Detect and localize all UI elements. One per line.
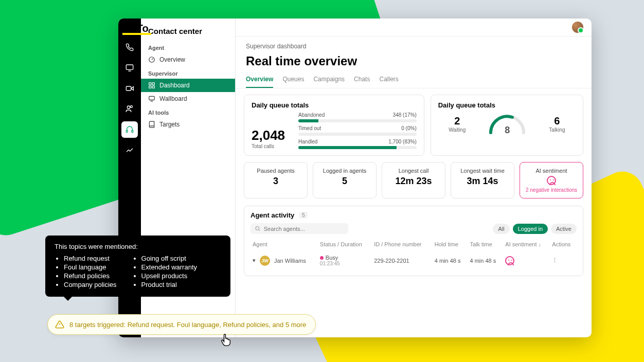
topics-tooltip: This topics were mentioned: Refund reque… (45, 236, 230, 297)
tile-label: Logged in agents (316, 168, 373, 174)
tile-value: 5 (316, 176, 373, 187)
col-sentiment[interactable]: AI sentiment ↓ (503, 238, 550, 250)
tile-label: Longest wait time (454, 168, 511, 174)
targets-alert-pill[interactable]: 8 targets triggered: Refund request. Fou… (47, 314, 316, 335)
tab-callers[interactable]: Callers (379, 71, 398, 88)
bar-value: 1,700 (83%) (388, 139, 416, 144)
bar-abandoned: Abandoned348 (17%) (298, 112, 417, 122)
card-daily-queue-right: Daily queue totals 2 Waiting 8 (431, 95, 583, 156)
tooltip-item: Company policies (64, 281, 117, 288)
tab-queues[interactable]: Queues (282, 71, 304, 88)
tile-paused-agents: Paused agents 3 (244, 162, 308, 198)
col-status: Status / Duration (318, 238, 372, 250)
warning-icon (55, 320, 64, 329)
stat-num: 6 (549, 115, 565, 127)
tooltip-item: Product trial (141, 281, 197, 288)
panel-title: Agent activity (251, 211, 294, 219)
tile-value: 3m 14s (454, 176, 511, 187)
card-title: Daily queue totals (438, 101, 576, 109)
topbar (236, 19, 592, 37)
main-area: Supervisor dashboard Real time overview … (236, 19, 592, 337)
tab-campaigns[interactable]: Campaigns (313, 71, 345, 88)
tooltip-item: Going off script (141, 255, 197, 262)
nav-item-targets[interactable]: Targets (141, 118, 235, 131)
search-icon (255, 225, 261, 232)
svg-rect-2 (126, 86, 131, 90)
search-input[interactable] (264, 226, 344, 232)
col-actions: Actions (550, 238, 577, 250)
total-calls: 2,048 Total calls (252, 112, 293, 149)
hold-time: 4 min 48 s (433, 250, 468, 270)
rail-analytics-icon[interactable] (121, 142, 138, 158)
nav-item-dashboard[interactable]: Dashboard (141, 79, 235, 92)
pointer-cursor-icon (220, 333, 232, 347)
col-talk: Talk time (468, 238, 504, 250)
gauge: 8 (487, 112, 528, 136)
tile-ai-sentiment[interactable]: AI sentiment 2 negative interactions (520, 162, 583, 198)
tile-label: Paused agents (247, 168, 304, 174)
nav-group-supervisor: Supervisor (141, 66, 235, 79)
agent-activity-panel: Agent activity 5 All Logged in Active (244, 206, 583, 276)
bar-handled: Handled1,700 (83%) (298, 139, 417, 149)
svg-point-15 (256, 227, 259, 230)
tab-overview[interactable]: Overview (246, 71, 273, 88)
rail-video-icon[interactable] (121, 80, 138, 97)
tile-label: Longest call (385, 168, 442, 174)
tooltip-item: Upsell products (141, 272, 197, 280)
tile-logged-in-agents: Logged in agents 5 (313, 162, 377, 198)
grid-icon (148, 82, 155, 89)
book-icon (148, 121, 155, 128)
svg-rect-10 (152, 83, 154, 85)
total-calls-label: Total calls (252, 143, 285, 149)
tooltip-item: Extended warranty (141, 263, 197, 271)
nav-item-label: Overview (159, 56, 185, 63)
content: Daily queue totals 2,048 Total calls Aba… (236, 88, 592, 337)
nav-item-overview[interactable]: Overview (141, 53, 235, 66)
tooltip-col1: Refund request Foul language Refund poli… (55, 254, 117, 289)
rail-monitor-icon[interactable] (121, 60, 138, 76)
nav-item-wallboard[interactable]: Wallboard (141, 92, 235, 105)
frown-icon (547, 176, 556, 185)
tile-longest-call: Longest call 12m 23s (382, 162, 445, 198)
agent-avatar: JW (260, 256, 270, 266)
total-calls-value: 2,048 (252, 128, 285, 143)
svg-point-5 (130, 105, 132, 107)
tooltip-title: This topics were mentioned: (55, 243, 221, 250)
tooltip-item: Refund policies (64, 272, 117, 280)
bar-timed-out: Timed out0 (0%) (298, 125, 417, 136)
nav-item-label: Dashboard (159, 82, 190, 89)
stat-talking: 6 Talking (549, 115, 565, 133)
svg-rect-9 (149, 83, 151, 85)
brand-logo: GoTo (122, 23, 151, 35)
nav-group-ai-tools: AI tools (141, 105, 235, 118)
rail-people-icon[interactable] (121, 101, 138, 117)
svg-rect-0 (126, 65, 133, 69)
tab-chats[interactable]: Chats (354, 71, 370, 88)
talk-time: 4 min 48 s (468, 250, 504, 270)
chevron-down-icon[interactable]: ▾ (253, 257, 256, 264)
rail-headset-icon[interactable] (121, 121, 138, 138)
filter-active[interactable]: Active (551, 224, 577, 234)
filter-all[interactable]: All (493, 224, 509, 234)
frown-icon (505, 256, 514, 265)
card-daily-queue-left: Daily queue totals 2,048 Total calls Aba… (244, 95, 424, 156)
table-row: ▾ JW Jan Williams Busy 01:23:45 229-220-… (251, 250, 577, 270)
filter-logged-in[interactable]: Logged in (513, 224, 548, 234)
user-avatar[interactable] (572, 22, 583, 33)
section-title: Contact center (141, 24, 235, 41)
tile-value: 12m 23s (385, 176, 442, 187)
breadcrumb: Supervisor dashboard (236, 37, 592, 50)
col-hold: Hold time (433, 238, 468, 250)
stat-label: Talking (549, 127, 565, 133)
svg-rect-6 (126, 130, 128, 132)
search-box[interactable] (251, 223, 348, 234)
rail-phone-icon[interactable] (121, 39, 138, 56)
tile-longest-wait: Longest wait time 3m 14s (451, 162, 514, 198)
stat-label: Waiting (449, 127, 466, 133)
row-actions-button[interactable]: ⋮ (552, 257, 558, 263)
nav-item-label: Wallboard (159, 95, 187, 102)
phone-number: 229-220-2201 (372, 250, 433, 270)
stat-waiting: 2 Waiting (449, 115, 466, 133)
agent-name: Jan Williams (274, 258, 306, 264)
bar-value: 0 (0%) (401, 125, 416, 131)
